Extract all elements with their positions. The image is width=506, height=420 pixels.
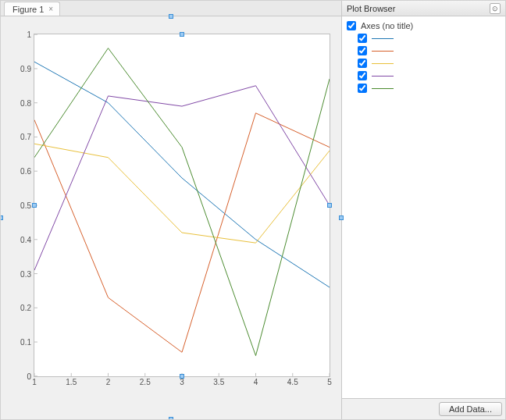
y-tick-label: 0 [27, 372, 31, 381]
axes[interactable]: 00.10.20.30.40.50.60.70.80.9111.522.533.… [34, 34, 330, 377]
series-swatch [372, 76, 394, 77]
series-row[interactable] [347, 44, 501, 57]
series-visibility-checkbox[interactable] [358, 59, 367, 68]
collapse-icon[interactable]: ⊙ [490, 3, 501, 14]
series-swatch [372, 88, 394, 89]
x-tick-label: 4 [254, 378, 258, 386]
x-tick-label: 3 [180, 378, 184, 386]
y-tick-label: 0.9 [20, 64, 31, 73]
figure-tab-label: Figure 1 [12, 5, 44, 14]
axes-handle-e[interactable] [327, 203, 332, 208]
axes-row-label: Axes (no title) [361, 21, 413, 30]
x-tick-label: 1.5 [66, 378, 77, 386]
series-row[interactable] [347, 82, 501, 94]
axes-row[interactable]: Axes (no title) [347, 20, 501, 32]
plot-browser-panel: Plot Browser ⊙ Axes (no title) Add Data.… [341, 1, 505, 419]
resize-handle-w[interactable] [0, 215, 3, 220]
y-tick-label: 0.8 [20, 98, 31, 107]
plot-browser-footer: Add Data... [342, 398, 505, 419]
series-visibility-checkbox[interactable] [358, 34, 367, 43]
figure-panel: Figure 1 × 00.10.20.30.40.50.60.70.80.91… [1, 1, 341, 419]
series-line[interactable] [34, 48, 330, 356]
y-tick-label: 0.4 [20, 235, 31, 244]
resize-handle-s[interactable] [169, 417, 173, 420]
axes-visibility-checkbox[interactable] [347, 21, 356, 30]
y-tick-label: 1 [27, 30, 31, 39]
add-data-button[interactable]: Add Data... [439, 402, 502, 416]
x-tick-label: 2.5 [140, 378, 151, 386]
series-visibility-checkbox[interactable] [358, 46, 367, 55]
series-row[interactable] [347, 32, 501, 44]
plot-browser-titlebar: Plot Browser ⊙ [342, 1, 505, 16]
plot-browser-body: Axes (no title) [342, 16, 505, 398]
series-line[interactable] [34, 144, 330, 243]
x-tick-label: 2 [106, 378, 111, 386]
y-tick-label: 0.3 [20, 269, 31, 278]
x-tick-label: 3.5 [213, 378, 224, 386]
close-icon[interactable]: × [48, 5, 53, 13]
figure-tab[interactable]: Figure 1 × [4, 2, 60, 16]
series-visibility-checkbox[interactable] [358, 84, 367, 93]
y-tick-label: 0.6 [20, 167, 31, 176]
series-visibility-checkbox[interactable] [358, 71, 367, 80]
add-data-button-label: Add Data... [449, 404, 492, 414]
plot-svg [34, 34, 330, 376]
plot-browser-title: Plot Browser [347, 4, 395, 13]
resize-handle-e[interactable] [339, 215, 344, 220]
x-tick-label: 1 [32, 378, 37, 386]
series-row[interactable] [347, 69, 501, 82]
y-tick-label: 0.1 [20, 338, 31, 347]
axes-handle-w[interactable] [32, 203, 37, 208]
y-tick-label: 0.2 [20, 304, 31, 312]
axes-handle-n[interactable] [180, 32, 184, 37]
series-swatch [372, 38, 394, 39]
series-swatch [372, 51, 394, 52]
y-tick-label: 0.7 [20, 133, 31, 141]
figure-canvas[interactable]: 00.10.20.30.40.50.60.70.80.9111.522.533.… [1, 16, 341, 419]
x-tick-label: 4.5 [287, 378, 298, 386]
y-tick-label: 0.5 [20, 201, 31, 210]
x-tick-label: 5 [327, 378, 332, 386]
series-line[interactable] [34, 62, 330, 287]
resize-handle-n[interactable] [169, 14, 173, 19]
series-row[interactable] [347, 57, 501, 69]
series-swatch [372, 63, 394, 64]
